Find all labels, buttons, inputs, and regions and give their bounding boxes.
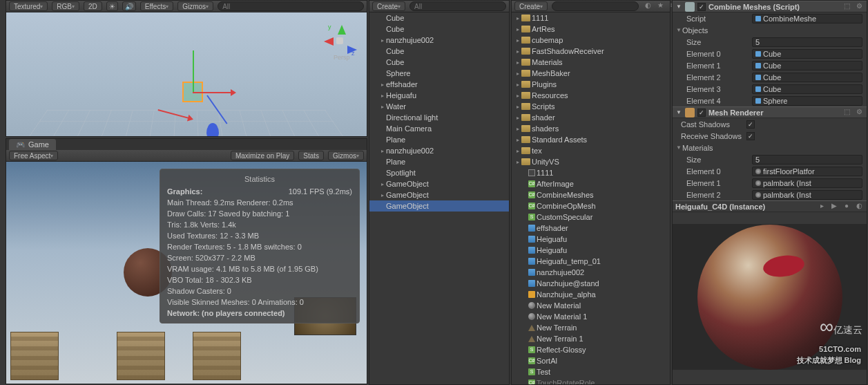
- project-item[interactable]: Heiguafu: [512, 234, 670, 245]
- hierarchy-item[interactable]: Main Camera: [369, 123, 509, 134]
- hierarchy-item[interactable]: ▸GameObject: [369, 189, 509, 200]
- project-item[interactable]: ▸Resources: [512, 90, 670, 101]
- project-item[interactable]: ▸1111: [512, 12, 670, 24]
- light-icon[interactable]: ◐: [854, 202, 864, 212]
- hierarchy-item[interactable]: ▸GameObject: [369, 178, 509, 189]
- aspect-dropdown[interactable]: Free Aspect: [9, 151, 58, 160]
- shading-mode-dropdown[interactable]: Textured: [9, 1, 48, 11]
- stats-toggle[interactable]: Stats: [298, 151, 324, 160]
- project-item[interactable]: SReflect-Glossy: [512, 344, 670, 355]
- game-gizmos-toggle[interactable]: Gizmos: [328, 151, 364, 160]
- hierarchy-item[interactable]: Cube: [369, 12, 509, 24]
- project-item[interactable]: effshader: [512, 223, 670, 234]
- object-field[interactable]: Cube: [752, 73, 862, 82]
- hierarchy-item[interactable]: Spotlight: [369, 167, 509, 178]
- project-item[interactable]: C#SortAl: [512, 355, 670, 366]
- script-field[interactable]: CombineMeshe: [752, 14, 862, 24]
- project-item[interactable]: Nanzhujue_alpha: [512, 289, 670, 300]
- material-field[interactable]: palmbark (Inst: [752, 190, 862, 200]
- project-item[interactable]: STest: [512, 366, 670, 377]
- scene-search-input[interactable]: [218, 1, 364, 11]
- project-item[interactable]: New Terrain: [512, 322, 670, 333]
- material-field[interactable]: palmbark (Inst: [752, 178, 862, 188]
- object-field[interactable]: Cube: [752, 61, 862, 71]
- hierarchy-search-input[interactable]: [409, 1, 506, 11]
- hierarchy-item[interactable]: Cube: [369, 57, 509, 68]
- materials-label[interactable]: Materials: [682, 144, 748, 152]
- receive-shadows-checkbox[interactable]: ✓: [746, 132, 755, 140]
- orientation-gizmo[interactable]: y z Persp: [318, 19, 360, 61]
- project-create-dropdown[interactable]: Create: [514, 1, 548, 11]
- component-header-combine-meshes[interactable]: ▼ ✓ Combine Meshes (Script) ⬚ ⚙: [673, 1, 867, 12]
- hierarchy-list[interactable]: CubeCube▸nanzhujue002CubeCubeSphere▸effs…: [369, 12, 509, 384]
- hierarchy-item[interactable]: Plane: [369, 156, 509, 167]
- effects-dropdown[interactable]: Effects: [140, 1, 173, 11]
- component-header-mesh-renderer[interactable]: ▼ ✓ Mesh Renderer ⬚ ⚙: [673, 106, 867, 118]
- search-filter-icon[interactable]: ◐: [643, 1, 653, 11]
- project-item[interactable]: ▸shaders: [512, 123, 670, 134]
- help-icon[interactable]: ⬚: [842, 2, 851, 12]
- project-search-input[interactable]: [552, 1, 639, 11]
- project-item[interactable]: C#TouchRotateRole: [512, 377, 670, 384]
- favorites-icon[interactable]: ★: [655, 1, 665, 11]
- project-list[interactable]: ▸1111▸ArtRes▸cubemap▸FastShadowReceiver▸…: [512, 12, 670, 384]
- help-icon[interactable]: ⬚: [842, 108, 851, 118]
- project-item[interactable]: ▸UnityVS: [512, 156, 670, 167]
- hierarchy-item[interactable]: Cube: [369, 46, 509, 57]
- hierarchy-item[interactable]: GameObject: [369, 200, 509, 212]
- game-tab[interactable]: 🎮Game: [9, 139, 56, 150]
- project-item[interactable]: ▸MeshBaker: [512, 68, 670, 79]
- component-enabled-checkbox[interactable]: ✓: [697, 109, 706, 117]
- project-item[interactable]: ▸tex: [512, 145, 670, 156]
- material-header[interactable]: Heiguafu_C4D (Instance) ▸ ▶ ● ◐: [673, 200, 867, 212]
- component-enabled-checkbox[interactable]: ✓: [697, 3, 706, 11]
- project-item[interactable]: C#CombineOpMesh: [512, 200, 670, 212]
- project-item[interactable]: Heiguafu: [512, 245, 670, 256]
- project-item[interactable]: 1111: [512, 167, 670, 178]
- object-field[interactable]: Cube: [752, 84, 862, 94]
- project-item[interactable]: C#AfterImage: [512, 178, 670, 189]
- project-item[interactable]: ▸cubemap: [512, 35, 670, 46]
- project-item[interactable]: ▸Standard Assets: [512, 134, 670, 145]
- project-item[interactable]: ▸Plugins: [512, 79, 670, 90]
- cast-shadows-checkbox[interactable]: ✓: [746, 120, 755, 129]
- audio-toggle[interactable]: 🔊: [122, 1, 136, 11]
- hierarchy-item[interactable]: ▸nanzhujue002: [369, 145, 509, 156]
- render-mode-dropdown[interactable]: RGB: [52, 1, 79, 11]
- project-item[interactable]: New Terrain 1: [512, 333, 670, 344]
- 2d-toggle[interactable]: 2D: [84, 1, 102, 11]
- hierarchy-item[interactable]: Plane: [369, 134, 509, 145]
- project-item[interactable]: New Material: [512, 300, 670, 311]
- project-item[interactable]: ▸Materials: [512, 57, 670, 68]
- hierarchy-create-dropdown[interactable]: Create: [372, 1, 405, 11]
- hierarchy-item[interactable]: ▸Water: [369, 101, 509, 112]
- object-field[interactable]: Sphere: [752, 96, 862, 106]
- object-field[interactable]: Cube: [752, 49, 862, 59]
- project-item[interactable]: New Material 1: [512, 311, 670, 322]
- play-icon[interactable]: ▶: [829, 202, 839, 212]
- size-field[interactable]: 5: [752, 37, 862, 47]
- project-item[interactable]: Nanzhujue@stand: [512, 278, 670, 289]
- lighting-toggle[interactable]: ☀: [106, 1, 118, 11]
- material-field[interactable]: firstFloorPlatfor: [752, 167, 862, 176]
- hierarchy-item[interactable]: Sphere: [369, 68, 509, 79]
- mat-ball-icon[interactable]: ●: [842, 202, 851, 212]
- project-item[interactable]: Heiguafu_temp_01: [512, 256, 670, 267]
- project-item[interactable]: SCustomSpecular: [512, 212, 670, 223]
- hierarchy-item[interactable]: ▸Heiguafu: [369, 90, 509, 101]
- size-field[interactable]: 5: [752, 155, 862, 165]
- gizmos-dropdown[interactable]: Gizmos: [177, 1, 213, 11]
- hierarchy-item[interactable]: Cube: [369, 24, 509, 35]
- hierarchy-item[interactable]: Directional light: [369, 112, 509, 123]
- project-item[interactable]: ▸FastShadowReceiver: [512, 46, 670, 57]
- project-item[interactable]: C#CombineMeshes: [512, 189, 670, 200]
- maximize-on-play-toggle[interactable]: Maximize on Play: [231, 151, 294, 160]
- gear-icon[interactable]: ⚙: [854, 2, 864, 12]
- project-item[interactable]: nanzhujue002: [512, 267, 670, 278]
- hierarchy-item[interactable]: ▸nanzhujue002: [369, 35, 509, 46]
- chevron-right-icon[interactable]: ▸: [817, 202, 827, 212]
- scene-viewport[interactable]: y z Persp: [6, 12, 367, 136]
- project-item[interactable]: ▸Scripts: [512, 101, 670, 112]
- gear-icon[interactable]: ⚙: [854, 108, 864, 118]
- objects-label[interactable]: Objects: [682, 26, 748, 35]
